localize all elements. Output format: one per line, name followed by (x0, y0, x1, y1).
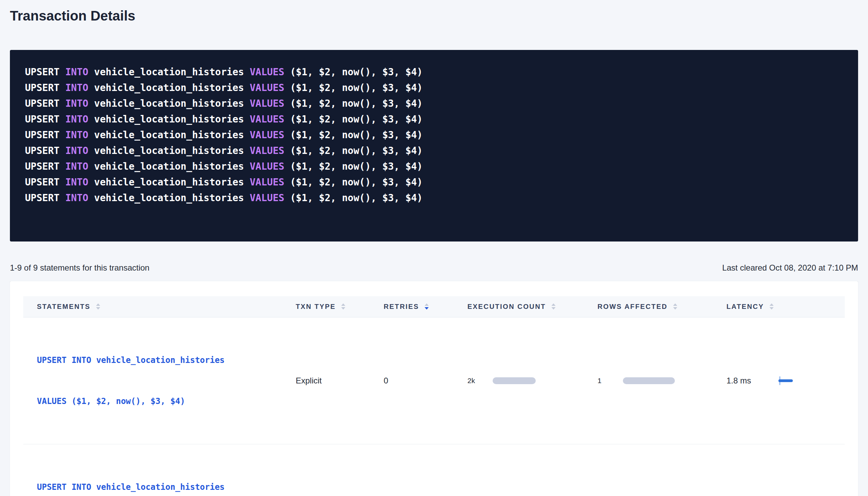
sql-keyword: INTO (65, 98, 88, 109)
sql-keyword: VALUES (250, 114, 284, 125)
execution-count-cell: 2k (467, 317, 597, 444)
column-label: TXN TYPE (296, 303, 336, 310)
statement-link[interactable]: UPSERT INTO vehicle_location_histories V… (37, 453, 296, 496)
table-header-row: STATEMENTSTXN TYPERETRIESEXECUTION COUNT… (23, 296, 845, 317)
latency-value: 1.8 ms (726, 376, 754, 386)
sql-keyword: INTO (65, 129, 88, 141)
column-label: LATENCY (726, 303, 764, 310)
sql-keyword: INTO (65, 82, 88, 93)
column-label: EXECUTION COUNT (467, 303, 546, 310)
execution-count-cell: 2k (467, 444, 597, 496)
statement-row: UPSERT INTO vehicle_location_histories V… (23, 317, 845, 444)
column-header-txn-type[interactable]: TXN TYPE (296, 296, 384, 317)
sql-statement-line: UPSERT INTO vehicle_location_histories V… (25, 190, 843, 206)
txn-type-cell: Explicit (296, 444, 384, 496)
sort-icon[interactable] (673, 303, 677, 310)
sql-statement-line: UPSERT INTO vehicle_location_histories V… (25, 96, 843, 112)
sql-statements-box: UPSERT INTO vehicle_location_histories V… (10, 50, 858, 242)
statements-count-summary: 1-9 of 9 statements for this transaction (10, 263, 149, 273)
column-label: RETRIES (384, 303, 419, 310)
sql-keyword: VALUES (250, 129, 284, 141)
column-header-statements[interactable]: STATEMENTS (23, 296, 296, 317)
execution-count-value: 2k (467, 377, 484, 385)
sql-keyword: INTO (65, 66, 88, 78)
column-header-rows-affected[interactable]: ROWS AFFECTED (598, 296, 726, 317)
sql-keyword: INTO (65, 192, 88, 204)
sql-statement-line: UPSERT INTO vehicle_location_histories V… (25, 127, 843, 143)
statement-cell: UPSERT INTO vehicle_location_histories V… (23, 444, 296, 496)
sql-statement-line: UPSERT INTO vehicle_location_histories V… (25, 159, 843, 174)
statement-cell: UPSERT INTO vehicle_location_histories V… (23, 317, 296, 444)
sql-keyword: VALUES (250, 161, 284, 172)
rows-affected-cell: 1 (598, 444, 726, 496)
sql-keyword: INTO (65, 114, 88, 125)
sql-keyword: VALUES (250, 192, 284, 204)
column-header-retries[interactable]: RETRIES (384, 296, 467, 317)
last-cleared-timestamp: Last cleared Oct 08, 2020 at 7:10 PM (722, 263, 858, 273)
txn-type-value: Explicit (296, 376, 322, 385)
sql-keyword: VALUES (250, 145, 284, 156)
latency-bar (778, 379, 793, 382)
retries-cell: 0 (384, 444, 467, 496)
sql-statement-line: UPSERT INTO vehicle_location_histories V… (25, 143, 843, 159)
sql-statement-line: UPSERT INTO vehicle_location_histories V… (25, 174, 843, 190)
statement-link-line2: VALUES ($1, $2, now(), $3, $4) (37, 394, 296, 408)
sql-keyword: VALUES (250, 66, 284, 78)
statement-row: UPSERT INTO vehicle_location_histories V… (23, 444, 845, 496)
sort-icon[interactable] (425, 303, 429, 310)
transaction-details-page: Transaction Details UPSERT INTO vehicle_… (0, 0, 868, 496)
sort-icon[interactable] (96, 303, 100, 310)
sql-statement-line: UPSERT INTO vehicle_location_histories V… (25, 64, 843, 80)
sort-icon[interactable] (770, 303, 774, 310)
statement-link[interactable]: UPSERT INTO vehicle_location_histories V… (37, 326, 296, 435)
retries-value: 0 (384, 376, 388, 385)
txn-type-cell: Explicit (296, 317, 384, 444)
column-header-latency[interactable]: LATENCY (726, 296, 845, 317)
sql-statement-line: UPSERT INTO vehicle_location_histories V… (25, 112, 843, 127)
sort-icon[interactable] (341, 303, 345, 310)
execution-count-bar (493, 377, 536, 384)
column-header-execution-count[interactable]: EXECUTION COUNT (467, 296, 597, 317)
rows-affected-value: 1 (598, 377, 614, 385)
table-meta-row: 1-9 of 9 statements for this transaction… (10, 263, 858, 273)
sql-keyword: INTO (65, 161, 88, 172)
sql-statement-line: UPSERT INTO vehicle_location_histories V… (25, 80, 843, 96)
latency-cell: 1.8 ms (726, 317, 845, 444)
sql-keyword: INTO (65, 177, 88, 188)
latency-bar-chart (778, 376, 803, 386)
page-title: Transaction Details (10, 0, 858, 25)
statement-link-line1: UPSERT INTO vehicle_location_histories (37, 353, 296, 367)
column-label: ROWS AFFECTED (598, 303, 668, 310)
rows-affected-bar (623, 377, 675, 384)
statement-link-line1: UPSERT INTO vehicle_location_histories (37, 480, 296, 494)
sql-keyword: VALUES (250, 82, 284, 93)
retries-cell: 0 (384, 317, 467, 444)
sql-keyword: VALUES (250, 177, 284, 188)
statements-table-card: STATEMENTSTXN TYPERETRIESEXECUTION COUNT… (10, 281, 858, 496)
rows-affected-cell: 1 (598, 317, 726, 444)
sort-icon[interactable] (551, 303, 556, 310)
latency-cell: 1.7 ms (726, 444, 845, 496)
column-label: STATEMENTS (37, 303, 91, 310)
statements-table: STATEMENTSTXN TYPERETRIESEXECUTION COUNT… (23, 296, 845, 496)
sql-keyword: VALUES (250, 98, 284, 109)
sql-keyword: INTO (65, 145, 88, 156)
